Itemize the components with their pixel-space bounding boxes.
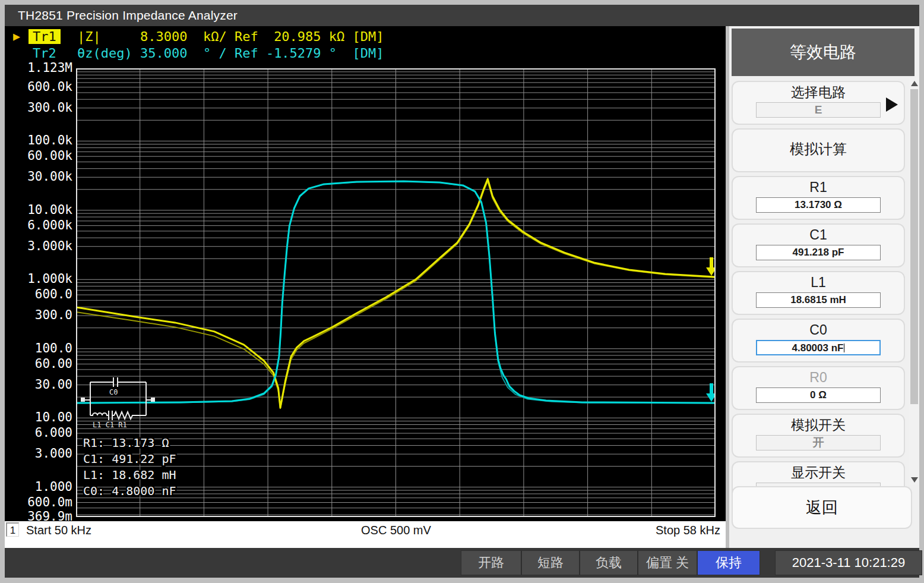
submenu-arrow-icon [886, 97, 898, 112]
y-axis-tick-label: 600.0 [5, 288, 72, 301]
osc-level-label: OSC 500 mV [361, 524, 431, 537]
y-axis-tick-label: 600.0m [5, 496, 72, 509]
y-axis-tick-label: 10.00k [5, 203, 72, 217]
l1-label: L1 [733, 274, 904, 291]
c0-value-field[interactable]: 4.80003 nF [756, 340, 881, 355]
r0-label: R0 [733, 369, 904, 386]
bottom-bar: 开路 短路 负载 偏置 关 保持 2021-3-11 10:21:29 [5, 548, 919, 578]
display-switch-label: 显示开关 [733, 464, 904, 481]
back-button[interactable]: 返回 [732, 486, 912, 529]
scroll-up-icon[interactable] [911, 81, 918, 86]
y-axis-tick-label: 10.00 [5, 411, 72, 424]
y-axis-tick-label: 1.000 [5, 480, 72, 494]
y-axis-tick-label: 60.00 [5, 357, 72, 371]
scrollbar-thumb[interactable] [910, 89, 918, 404]
r1-label: R1 [733, 179, 904, 196]
trace2-info-line: Tr2 θz(deg) 35.000 ° / Ref -1.5279 ° [DM… [5, 46, 726, 62]
bias-button[interactable]: 偏置 关 [638, 550, 697, 575]
text-cursor [844, 344, 844, 352]
y-axis-tick-label: 1.000k [5, 272, 72, 286]
trace1-readout: |Z| 8.3000 kΩ/ Ref 20.985 kΩ [DM] [77, 29, 384, 44]
y-axis-tick-label: 1.123M [5, 61, 72, 75]
circuit-inset [81, 377, 155, 420]
trace1-level-arrow-icon [706, 257, 716, 276]
y-axis-tick-label: 3.000 [5, 447, 72, 461]
r1-value-field[interactable]: 13.1730 Ω [756, 197, 881, 213]
sim-switch-value[interactable]: 开 [756, 435, 881, 450]
sweep-status-row: 1 Start 50 kHz OSC 500 mV Stop 58 kHz [5, 521, 726, 548]
select-circuit-button[interactable]: 选择电路 E [732, 81, 905, 125]
y-axis-tick-label: 30.00 [5, 378, 72, 392]
channel-indicator: 1 [6, 522, 19, 537]
sweep-start-label: Start 50 kHz [26, 524, 91, 537]
fit-annotation: L1: 18.682 mH [83, 468, 176, 482]
y-axis-tick-label: 100.0k [5, 134, 72, 147]
r0-value-field[interactable]: 0 Ω [756, 387, 881, 403]
l1-button[interactable]: L1 18.6815 mH [732, 271, 905, 315]
c1-value-field[interactable]: 491.218 pF [756, 245, 881, 260]
sim-switch-label: 模拟开关 [733, 417, 904, 433]
r0-button[interactable]: R0 0 Ω [732, 366, 905, 410]
cal-load-button[interactable]: 负载 [580, 550, 638, 575]
trace2-readout: θz(deg) 35.000 ° / Ref -1.5279 ° [DM] [77, 46, 384, 61]
y-axis-tick-label: 30.00k [5, 170, 72, 184]
cal-open-button[interactable]: 开路 [461, 550, 521, 575]
trace2-level-arrow-icon [706, 383, 716, 402]
c0-label: C0 [733, 322, 904, 338]
c1-label: C1 [733, 226, 904, 243]
measurement-screen: ▶ Tr1 |Z| 8.3000 kΩ/ Ref 20.985 kΩ [DM] … [5, 26, 726, 521]
y-axis-tick-label: 6.000 [5, 426, 72, 440]
datetime-display: 2021-3-11 10:21:29 [775, 550, 922, 575]
scroll-down-icon[interactable] [911, 477, 918, 483]
sweep-stop-label: Stop 58 kHz [656, 524, 720, 537]
simulate-button[interactable]: 模拟计算 [732, 128, 905, 172]
y-axis-tick-label: 300.0k [5, 101, 72, 115]
equivalent-circuit-panel: 等效电路 选择电路 E 模拟计算 R1 13.1730 Ω C1 491.218… [729, 26, 919, 548]
impedance-chart-svg: C0L1 C1 R1R1: 13.173 ΩC1: 491.22 pFL1: 1… [76, 68, 716, 517]
sim-switch-button[interactable]: 模拟开关 开 [732, 414, 905, 458]
cal-short-button[interactable]: 短路 [521, 550, 580, 575]
inset-bottom-label: L1 C1 R1 [93, 421, 127, 429]
hold-button[interactable]: 保持 [697, 550, 760, 575]
c1-button[interactable]: C1 491.218 pF [732, 223, 905, 267]
fit-annotation: R1: 13.173 Ω [83, 436, 169, 450]
r1-button[interactable]: R1 13.1730 Ω [732, 176, 905, 220]
window-title: TH2851 Precision Impedance Analyzer [5, 5, 919, 26]
panel-scroll-area: 选择电路 E 模拟计算 R1 13.1730 Ω C1 491.218 pF L… [729, 78, 907, 515]
fit-annotation: C0: 4.8000 nF [83, 484, 176, 498]
chart-area: C0L1 C1 R1R1: 13.173 ΩC1: 491.22 pFL1: 1… [76, 68, 716, 517]
select-circuit-label: 选择电路 [733, 84, 904, 100]
y-axis-tick-label: 300.0 [5, 308, 72, 322]
y-axis-tick-label: 600.0k [5, 80, 72, 94]
y-axis-labels: 1.123M600.0k300.0k100.0k60.00k30.00k10.0… [5, 26, 75, 521]
select-circuit-value[interactable]: E [756, 102, 881, 118]
y-axis-tick-label: 3.000k [5, 239, 72, 253]
panel-title: 等效电路 [732, 29, 914, 76]
inset-top-label: C0 [109, 388, 118, 396]
c0-button[interactable]: C0 4.80003 nF [732, 319, 905, 363]
y-axis-tick-label: 60.00k [5, 149, 72, 163]
panel-scrollbar[interactable] [909, 78, 919, 485]
l1-value-field[interactable]: 18.6815 mH [756, 292, 881, 308]
y-axis-tick-label: 100.0 [5, 342, 72, 355]
fit-annotation: C1: 491.22 pF [83, 452, 176, 466]
y-axis-tick-label: 6.000k [5, 219, 72, 232]
simulate-label: 模拟计算 [733, 130, 904, 169]
trace1-info-line: ▶ Tr1 |Z| 8.3000 kΩ/ Ref 20.985 kΩ [DM] [5, 29, 726, 45]
